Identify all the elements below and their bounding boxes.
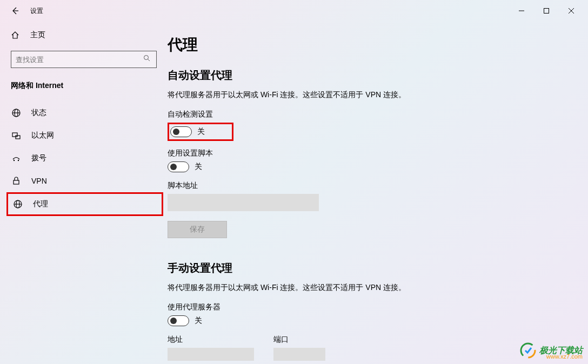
- use-script-state: 关: [195, 162, 202, 172]
- maximize-icon: [543, 8, 550, 14]
- vpn-icon: [11, 176, 22, 186]
- use-script-row: 关: [168, 161, 588, 172]
- minimize-icon: [518, 8, 525, 14]
- sidebar-item-label: VPN: [31, 177, 47, 185]
- address-input[interactable]: [168, 348, 254, 361]
- ethernet-icon: [11, 131, 22, 140]
- close-button[interactable]: [559, 0, 584, 22]
- save-button[interactable]: 保存: [168, 221, 227, 238]
- titlebar: 设置: [0, 0, 588, 22]
- sidebar-item-label: 以太网: [31, 131, 54, 140]
- manual-section-desc: 将代理服务器用于以太网或 Wi-Fi 连接。这些设置不适用于 VPN 连接。: [168, 283, 588, 293]
- main-content: 代理 自动设置代理 将代理服务器用于以太网或 Wi-Fi 连接。这些设置不适用于…: [168, 22, 588, 364]
- svg-rect-9: [12, 133, 17, 137]
- svg-rect-10: [16, 136, 20, 139]
- sidebar: 主页 网络和 Internet 状态 以太网 拨号 VPN: [0, 22, 168, 364]
- back-button[interactable]: [4, 0, 26, 22]
- auto-detect-label: 自动检测设置: [168, 110, 588, 119]
- svg-rect-13: [14, 180, 19, 184]
- minimize-button[interactable]: [509, 0, 534, 22]
- script-address-label: 脚本地址: [168, 181, 588, 191]
- auto-detect-toggle[interactable]: [170, 126, 192, 137]
- manual-section-title: 手动设置代理: [168, 261, 588, 275]
- window-title: 设置: [30, 6, 43, 16]
- close-icon: [568, 8, 574, 14]
- status-icon: [11, 108, 22, 118]
- page-title: 代理: [168, 35, 588, 55]
- maximize-button[interactable]: [534, 0, 559, 22]
- home-icon: [11, 31, 22, 39]
- home-label: 主页: [30, 30, 45, 40]
- sidebar-item-label: 状态: [31, 108, 46, 118]
- auto-detect-state: 关: [197, 127, 205, 137]
- dialup-icon: [11, 153, 22, 163]
- port-input[interactable]: [273, 348, 325, 361]
- toggle-knob: [170, 318, 177, 324]
- search-icon: [143, 55, 152, 64]
- back-arrow-icon: [11, 6, 19, 15]
- nav-list: 状态 以太网 拨号 VPN 代理: [0, 102, 168, 216]
- category-header: 网络和 Internet: [0, 77, 168, 95]
- search-box[interactable]: [11, 51, 157, 68]
- content: 主页 网络和 Internet 状态 以太网 拨号 VPN: [0, 22, 588, 364]
- script-address-input[interactable]: [168, 194, 319, 211]
- use-proxy-state: 关: [195, 316, 202, 326]
- svg-rect-1: [544, 9, 549, 14]
- svg-point-12: [18, 160, 19, 161]
- sidebar-item-dialup[interactable]: 拨号: [0, 147, 168, 170]
- home-link[interactable]: 主页: [0, 26, 168, 44]
- use-proxy-toggle[interactable]: [168, 315, 189, 326]
- use-script-label: 使用设置脚本: [168, 149, 588, 158]
- sidebar-item-ethernet[interactable]: 以太网: [0, 124, 168, 147]
- use-proxy-label: 使用代理服务器: [168, 302, 588, 312]
- use-script-toggle[interactable]: [168, 161, 189, 172]
- sidebar-item-label: 代理: [33, 199, 48, 209]
- svg-point-11: [14, 160, 15, 161]
- watermark-logo-icon: [520, 342, 536, 359]
- watermark: 极光下载站 www.xz7.com: [520, 342, 583, 359]
- toggle-knob: [170, 164, 177, 170]
- sidebar-item-label: 拨号: [31, 153, 46, 163]
- auto-section-title: 自动设置代理: [168, 68, 588, 83]
- svg-point-4: [144, 56, 149, 60]
- port-label: 端口: [273, 335, 325, 345]
- window-controls: [509, 0, 584, 22]
- use-proxy-row: 关: [168, 315, 588, 326]
- sidebar-item-status[interactable]: 状态: [0, 102, 168, 124]
- svg-line-5: [148, 59, 150, 62]
- auto-section-desc: 将代理服务器用于以太网或 Wi-Fi 连接。这些设置不适用于 VPN 连接。: [168, 90, 588, 100]
- search-input[interactable]: [16, 56, 143, 64]
- sidebar-item-vpn[interactable]: VPN: [0, 170, 168, 192]
- toggle-knob: [173, 129, 179, 135]
- auto-detect-highlight: 关: [168, 123, 233, 141]
- proxy-icon: [12, 199, 23, 209]
- address-label: 地址: [168, 335, 254, 345]
- watermark-url: www.xz7.com: [546, 353, 583, 360]
- sidebar-item-proxy[interactable]: 代理: [6, 192, 163, 216]
